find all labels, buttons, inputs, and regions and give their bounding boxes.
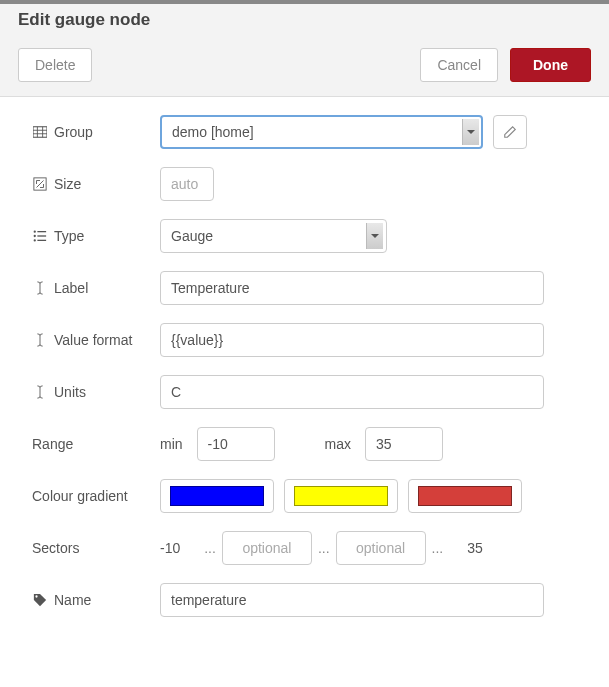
sector-start: -10 [160, 540, 180, 556]
label-range-text: Range [32, 436, 73, 452]
dialog-header: Edit gauge node Delete Cancel Done [0, 4, 609, 97]
svg-rect-0 [33, 127, 47, 138]
label-type: Type [32, 228, 160, 244]
dots-1: ... [204, 540, 216, 556]
label-size-text: Size [54, 176, 81, 192]
label-label: Label [32, 280, 160, 296]
edit-group-button[interactable] [493, 115, 527, 149]
sector-opt1-input[interactable] [222, 531, 312, 565]
row-sectors: Sectors -10 ... ... ... 35 [32, 531, 579, 565]
dots-3: ... [432, 540, 444, 556]
done-button[interactable]: Done [510, 48, 591, 82]
row-group: Group demo [home] [32, 115, 579, 149]
value-format-input[interactable] [160, 323, 544, 357]
label-group: Group [32, 124, 160, 140]
label-group-text: Group [54, 124, 93, 140]
cancel-button[interactable]: Cancel [420, 48, 498, 82]
row-range: Range min max [32, 427, 579, 461]
dots-2: ... [318, 540, 330, 556]
colour-inner-1 [170, 486, 264, 506]
row-value-format: Value format [32, 323, 579, 357]
group-select[interactable]: demo [home] [160, 115, 483, 149]
colour-swatch-3[interactable] [408, 479, 522, 513]
colour-inner-2 [294, 486, 388, 506]
svg-point-8 [34, 239, 36, 241]
range-min-input[interactable] [197, 427, 275, 461]
svg-point-12 [35, 595, 37, 597]
table-icon [32, 124, 48, 140]
label-size: Size [32, 176, 160, 192]
name-input[interactable] [160, 583, 544, 617]
colour-inner-3 [418, 486, 512, 506]
list-icon [32, 228, 48, 244]
label-range: Range [32, 436, 160, 452]
label-sectors-text: Sectors [32, 540, 79, 556]
delete-button[interactable]: Delete [18, 48, 92, 82]
label-units-text: Units [54, 384, 86, 400]
text-cursor-icon [32, 332, 48, 348]
row-units: Units [32, 375, 579, 409]
size-input[interactable] [160, 167, 214, 201]
resize-icon [32, 176, 48, 192]
label-name: Name [32, 592, 160, 608]
units-input[interactable] [160, 375, 544, 409]
tag-icon [32, 592, 48, 608]
label-input[interactable] [160, 271, 544, 305]
label-value-format-text: Value format [54, 332, 132, 348]
label-value-format: Value format [32, 332, 160, 348]
label-name-text: Name [54, 592, 91, 608]
svg-point-6 [34, 230, 36, 232]
sector-opt2-input[interactable] [336, 531, 426, 565]
type-select[interactable]: Gauge [160, 219, 387, 253]
row-size: Size [32, 167, 579, 201]
label-colour-gradient: Colour gradient [32, 488, 160, 504]
colour-swatch-2[interactable] [284, 479, 398, 513]
range-max-label: max [325, 436, 351, 452]
text-cursor-icon [32, 280, 48, 296]
sector-end: 35 [467, 540, 483, 556]
svg-point-7 [34, 235, 36, 237]
dialog-title: Edit gauge node [18, 10, 591, 30]
header-buttons: Delete Cancel Done [18, 48, 591, 82]
label-type-text: Type [54, 228, 84, 244]
row-colour-gradient: Colour gradient [32, 479, 579, 513]
label-units: Units [32, 384, 160, 400]
row-name: Name [32, 583, 579, 617]
label-sectors: Sectors [32, 540, 160, 556]
row-type: Type Gauge [32, 219, 579, 253]
colour-swatch-1[interactable] [160, 479, 274, 513]
range-min-label: min [160, 436, 183, 452]
range-max-input[interactable] [365, 427, 443, 461]
pencil-icon [503, 125, 517, 139]
form: Group demo [home] Size [0, 97, 609, 635]
text-cursor-icon [32, 384, 48, 400]
label-label-text: Label [54, 280, 88, 296]
row-label: Label [32, 271, 579, 305]
label-colour-gradient-text: Colour gradient [32, 488, 128, 504]
